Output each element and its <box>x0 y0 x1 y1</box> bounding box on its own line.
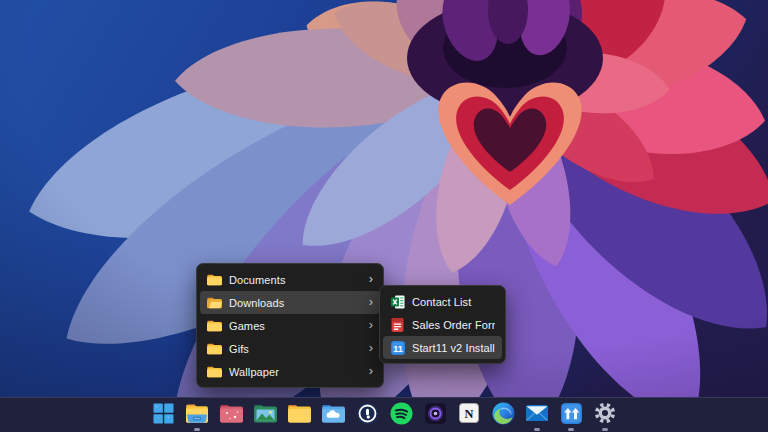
start11-box-icon: 11 <box>391 341 405 355</box>
menu-item-label: Gifs <box>229 343 362 355</box>
folder-icon <box>207 319 222 332</box>
submenu-item-contact-list[interactable]: Contact List <box>383 290 502 313</box>
windows-start-icon <box>153 403 174 424</box>
one-password-icon <box>356 402 379 425</box>
submenu-item-start11-v2-installer[interactable]: 11 Start11 v2 Installer <box>383 336 502 359</box>
menu-item-wallpaper[interactable]: Wallpaper › <box>200 360 380 383</box>
chevron-right-icon: › <box>369 272 373 285</box>
chevron-right-icon: › <box>369 318 373 331</box>
taskbar-item-red-folder[interactable] <box>218 399 244 432</box>
taskbar-item-1password[interactable] <box>354 399 380 432</box>
spotify-icon <box>390 402 413 425</box>
taskbar-item-start11[interactable] <box>558 399 584 432</box>
menu-item-label: Downloads <box>229 297 362 309</box>
menu-item-label: Contact List <box>412 296 495 308</box>
taskbar-item-spotify[interactable] <box>388 399 414 432</box>
desktop: Documents › Downloads › Games › Gifs › W… <box>0 0 768 432</box>
folder-icon <box>207 342 222 355</box>
menu-item-label: Wallpaper <box>229 366 362 378</box>
folder-icon <box>207 273 222 286</box>
menu-item-downloads[interactable]: Downloads › <box>200 291 380 314</box>
menu-item-label: Sales Order Form <box>412 319 495 331</box>
excel-file-icon <box>391 295 405 309</box>
settings-gear-icon <box>594 402 616 424</box>
edge-icon <box>492 402 515 425</box>
folder-cloud-icon <box>322 404 345 423</box>
taskbar-item-cloud-folder[interactable] <box>320 399 346 432</box>
taskbar-item-start[interactable] <box>150 399 176 432</box>
purple-ring-app-icon <box>425 403 446 424</box>
red-document-icon <box>391 318 404 332</box>
submenu-item-sales-order-form[interactable]: Sales Order Form <box>383 313 502 336</box>
taskbar-item-purple-app[interactable] <box>422 399 448 432</box>
notion-icon: N <box>459 403 479 423</box>
wallpaper <box>0 0 768 432</box>
folder-pictures-icon <box>254 404 277 423</box>
taskbar-item-pictures-folder[interactable] <box>252 399 278 432</box>
chevron-right-icon: › <box>369 341 373 354</box>
menu-item-label: Games <box>229 320 362 332</box>
menu-item-games[interactable]: Games › <box>200 314 380 337</box>
menu-item-documents[interactable]: Documents › <box>200 268 380 291</box>
running-indicator <box>568 428 574 431</box>
taskbar-item-mail[interactable] <box>524 399 550 432</box>
file-explorer-icon <box>185 403 209 424</box>
taskbar-item-notion[interactable]: N <box>456 399 482 432</box>
chevron-right-icon: › <box>369 295 373 308</box>
folder-plain-icon <box>288 404 311 423</box>
svg-text:N: N <box>465 407 474 421</box>
menu-item-gifs[interactable]: Gifs › <box>200 337 380 360</box>
folder-red-icon <box>220 404 243 423</box>
taskbar-item-settings[interactable] <box>592 399 618 432</box>
running-indicator <box>534 428 540 431</box>
start11-app-icon <box>561 403 582 424</box>
taskbar: N <box>0 397 768 432</box>
chevron-right-icon: › <box>369 364 373 377</box>
menu-item-label: Documents <box>229 274 362 286</box>
wallpaper-flower <box>0 0 768 432</box>
mail-icon <box>525 403 549 423</box>
running-indicator <box>602 428 608 431</box>
svg-text:11: 11 <box>393 343 403 353</box>
folder-icon <box>207 365 222 378</box>
taskbar-item-yellow-folder[interactable] <box>286 399 312 432</box>
context-menu: Documents › Downloads › Games › Gifs › W… <box>196 263 384 388</box>
running-indicator <box>194 428 200 431</box>
taskbar-item-file-explorer[interactable] <box>184 399 210 432</box>
folder-open-icon <box>207 296 222 309</box>
taskbar-item-edge[interactable] <box>490 399 516 432</box>
context-submenu: Contact List Sales Order Form 11 Start11… <box>379 285 506 364</box>
menu-item-label: Start11 v2 Installer <box>412 342 495 354</box>
